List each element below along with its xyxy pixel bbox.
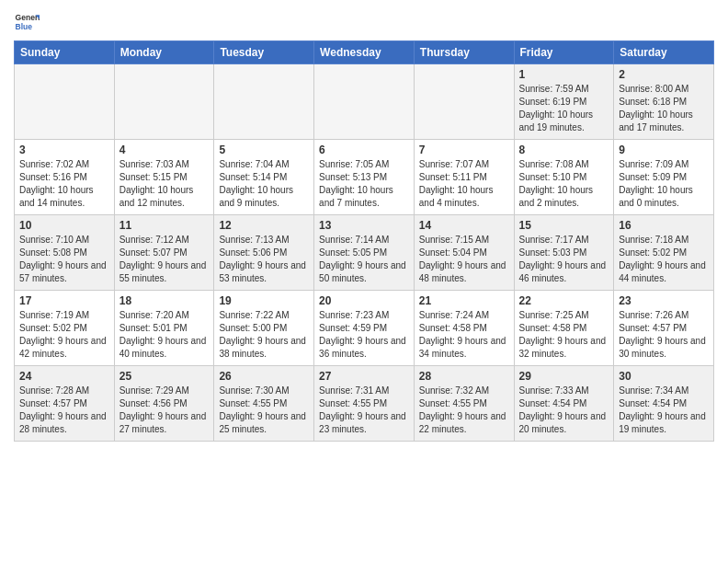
day-info: Sunrise: 7:13 AMSunset: 5:06 PMDaylight:… [219,234,309,285]
calendar-cell: 28Sunrise: 7:32 AMSunset: 4:55 PMDayligh… [414,366,514,442]
calendar-cell: 26Sunrise: 7:30 AMSunset: 4:55 PMDayligh… [214,366,314,442]
day-number: 30 [619,370,709,383]
calendar-cell: 9Sunrise: 7:09 AMSunset: 5:09 PMDaylight… [614,140,714,215]
calendar-cell: 11Sunrise: 7:12 AMSunset: 5:07 PMDayligh… [114,215,214,291]
calendar-cell: 19Sunrise: 7:22 AMSunset: 5:00 PMDayligh… [214,291,314,366]
day-number: 9 [619,144,709,156]
day-number: 17 [19,294,109,307]
day-info: Sunrise: 7:19 AMSunset: 5:02 PMDaylight:… [19,309,109,361]
day-number: 8 [519,144,609,156]
day-number: 11 [119,219,210,232]
day-number: 25 [119,370,210,383]
day-number: 7 [419,144,509,156]
calendar-cell: 17Sunrise: 7:19 AMSunset: 5:02 PMDayligh… [15,291,115,366]
weekday-header-monday: Monday [114,41,214,64]
calendar-cell: 23Sunrise: 7:26 AMSunset: 4:57 PMDayligh… [614,291,714,366]
calendar-cell: 16Sunrise: 7:18 AMSunset: 5:02 PMDayligh… [614,215,714,291]
calendar-cell: 3Sunrise: 7:02 AMSunset: 5:16 PMDaylight… [15,140,115,215]
day-info: Sunrise: 7:33 AMSunset: 4:54 PMDaylight:… [519,385,609,436]
day-number: 24 [19,370,109,383]
day-number: 26 [219,370,309,383]
calendar-cell: 14Sunrise: 7:15 AMSunset: 5:04 PMDayligh… [414,215,514,291]
day-number: 27 [319,370,409,383]
day-info: Sunrise: 7:05 AMSunset: 5:13 PMDaylight:… [319,158,409,210]
calendar-cell: 4Sunrise: 7:03 AMSunset: 5:15 PMDaylight… [114,140,214,215]
day-info: Sunrise: 7:20 AMSunset: 5:01 PMDaylight:… [119,309,210,361]
day-info: Sunrise: 7:28 AMSunset: 4:57 PMDaylight:… [19,385,109,436]
calendar-cell: 29Sunrise: 7:33 AMSunset: 4:54 PMDayligh… [514,366,614,442]
logo: General Blue [14,9,40,35]
day-info: Sunrise: 7:34 AMSunset: 4:54 PMDaylight:… [619,385,709,436]
day-number: 28 [419,370,509,383]
calendar-cell: 15Sunrise: 7:17 AMSunset: 5:03 PMDayligh… [514,215,614,291]
day-info: Sunrise: 7:10 AMSunset: 5:08 PMDaylight:… [19,234,109,285]
calendar-cell: 30Sunrise: 7:34 AMSunset: 4:54 PMDayligh… [614,366,714,442]
calendar-cell: 20Sunrise: 7:23 AMSunset: 4:59 PMDayligh… [314,291,415,366]
day-info: Sunrise: 7:17 AMSunset: 5:03 PMDaylight:… [519,234,609,285]
day-number: 23 [619,294,709,307]
calendar-cell: 27Sunrise: 7:31 AMSunset: 4:55 PMDayligh… [314,366,415,442]
day-number: 18 [119,294,210,307]
weekday-header-sunday: Sunday [15,41,115,64]
calendar-table: SundayMondayTuesdayWednesdayThursdayFrid… [14,40,714,442]
weekday-header-row: SundayMondayTuesdayWednesdayThursdayFrid… [15,41,714,64]
calendar-cell: 22Sunrise: 7:25 AMSunset: 4:58 PMDayligh… [514,291,614,366]
day-number: 16 [619,219,709,232]
day-info: Sunrise: 7:12 AMSunset: 5:07 PMDaylight:… [119,234,210,285]
day-info: Sunrise: 7:59 AMSunset: 6:19 PMDaylight:… [519,83,609,134]
day-number: 29 [519,370,609,383]
day-info: Sunrise: 7:09 AMSunset: 5:09 PMDaylight:… [619,158,709,210]
calendar-cell: 10Sunrise: 7:10 AMSunset: 5:08 PMDayligh… [15,215,115,291]
svg-text:Blue: Blue [16,22,33,31]
day-info: Sunrise: 7:18 AMSunset: 5:02 PMDaylight:… [619,234,709,285]
calendar-cell: 13Sunrise: 7:14 AMSunset: 5:05 PMDayligh… [314,215,415,291]
calendar-cell: 8Sunrise: 7:08 AMSunset: 5:10 PMDaylight… [514,140,614,215]
calendar-cell [114,64,214,140]
calendar-cell [314,64,415,140]
day-number: 15 [519,219,609,232]
svg-text:General: General [16,13,40,22]
day-number: 21 [419,294,509,307]
calendar-cell: 2Sunrise: 8:00 AMSunset: 6:18 PMDaylight… [614,64,714,140]
day-info: Sunrise: 7:25 AMSunset: 4:58 PMDaylight:… [519,309,609,361]
week-row-5: 24Sunrise: 7:28 AMSunset: 4:57 PMDayligh… [15,366,714,442]
weekday-header-tuesday: Tuesday [214,41,314,64]
calendar-cell: 7Sunrise: 7:07 AMSunset: 5:11 PMDaylight… [414,140,514,215]
day-info: Sunrise: 7:24 AMSunset: 4:58 PMDaylight:… [419,309,509,361]
calendar-cell: 25Sunrise: 7:29 AMSunset: 4:56 PMDayligh… [114,366,214,442]
day-info: Sunrise: 7:04 AMSunset: 5:14 PMDaylight:… [219,158,309,210]
day-info: Sunrise: 7:15 AMSunset: 5:04 PMDaylight:… [419,234,509,285]
calendar-cell: 24Sunrise: 7:28 AMSunset: 4:57 PMDayligh… [15,366,115,442]
day-info: Sunrise: 7:31 AMSunset: 4:55 PMDaylight:… [319,385,409,436]
week-row-2: 3Sunrise: 7:02 AMSunset: 5:16 PMDaylight… [15,140,714,215]
calendar-cell: 5Sunrise: 7:04 AMSunset: 5:14 PMDaylight… [214,140,314,215]
page-header: General Blue [14,9,714,35]
day-number: 2 [619,68,709,81]
calendar-cell: 21Sunrise: 7:24 AMSunset: 4:58 PMDayligh… [414,291,514,366]
day-info: Sunrise: 8:00 AMSunset: 6:18 PMDaylight:… [619,83,709,134]
day-number: 14 [419,219,509,232]
logo-icon: General Blue [14,9,40,35]
day-info: Sunrise: 7:29 AMSunset: 4:56 PMDaylight:… [119,385,210,436]
day-number: 6 [319,144,409,156]
day-info: Sunrise: 7:03 AMSunset: 5:15 PMDaylight:… [119,158,210,210]
day-number: 4 [119,144,210,156]
calendar-cell: 1Sunrise: 7:59 AMSunset: 6:19 PMDaylight… [514,64,614,140]
day-number: 20 [319,294,409,307]
day-info: Sunrise: 7:07 AMSunset: 5:11 PMDaylight:… [419,158,509,210]
day-number: 13 [319,219,409,232]
day-info: Sunrise: 7:08 AMSunset: 5:10 PMDaylight:… [519,158,609,210]
day-number: 3 [19,144,109,156]
weekday-header-wednesday: Wednesday [314,41,415,64]
weekday-header-saturday: Saturday [614,41,714,64]
day-number: 22 [519,294,609,307]
calendar-cell [15,64,115,140]
day-info: Sunrise: 7:22 AMSunset: 5:00 PMDaylight:… [219,309,309,361]
day-number: 19 [219,294,309,307]
calendar-cell [214,64,314,140]
calendar-cell: 12Sunrise: 7:13 AMSunset: 5:06 PMDayligh… [214,215,314,291]
day-number: 1 [519,68,609,81]
weekday-header-thursday: Thursday [414,41,514,64]
week-row-4: 17Sunrise: 7:19 AMSunset: 5:02 PMDayligh… [15,291,714,366]
day-info: Sunrise: 7:26 AMSunset: 4:57 PMDaylight:… [619,309,709,361]
